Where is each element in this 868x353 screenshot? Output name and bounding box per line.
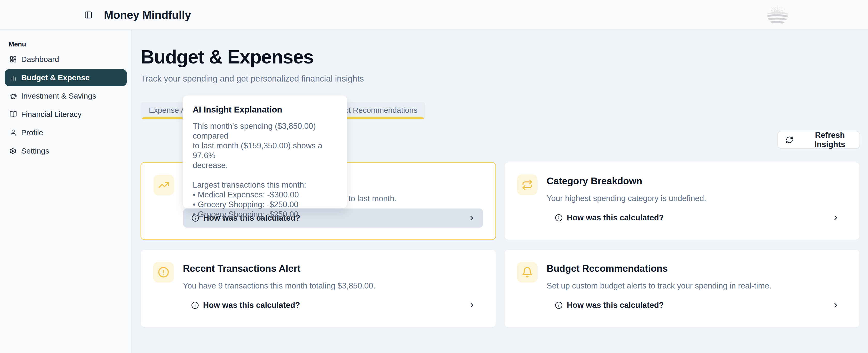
card-recent-transactions: Recent Transactions Alert You have 9 tra… [141,250,496,327]
card-title: Recent Transactions Alert [183,263,301,274]
main-content: Budget & Expenses Track your spending an… [132,30,868,353]
panel-left-icon [84,11,92,19]
tab-recommendations[interactable]: ct Recommendations [345,102,417,118]
bar-chart-icon [9,74,17,81]
card-budget-recommendations: Budget Recommendations Set up custom bud… [504,250,860,327]
sidebar-item-dashboard[interactable]: Dashboard [5,51,127,68]
chevron-right-icon [832,302,839,309]
card-description-fragment: to last month. [348,193,397,204]
book-open-icon [9,111,17,118]
app-header: Money Mindfully [0,0,868,30]
card-description: You have 9 transactions this month total… [183,281,375,291]
sidebar-item-label: Profile [21,128,43,137]
tab-expense-analysis[interactable]: Expense A [149,102,186,118]
sidebar-nav: Dashboard Budget & Expense Investment & … [0,51,131,161]
page-title: Budget & Expenses [141,46,313,68]
card-description: Set up custom budget alerts to track you… [547,281,771,291]
refresh-insights-label: Refresh Insights [800,131,860,149]
bell-icon [517,262,537,283]
card-title: Budget Recommendations [547,263,668,274]
piggy-bank-icon [9,93,17,100]
user-icon [9,129,17,136]
card-category-breakdown: Category Breakdown Your highest spending… [504,162,860,240]
trending-up-icon [153,175,174,195]
how-calculated-label: How was this calculated? [567,301,664,310]
sidebar-section-label: Menu [8,40,26,48]
gear-icon [9,147,17,154]
sidebar-toggle-button[interactable] [84,11,92,19]
sidebar-item-budget-expense[interactable]: Budget & Expense [5,69,127,86]
how-calculated-label: How was this calculated? [567,213,664,222]
info-icon [191,302,199,309]
alert-circle-icon [153,262,174,283]
popover-details: Largest transactions this month: • Medic… [193,180,337,219]
sidebar-item-label: Investment & Savings [21,92,96,100]
ai-insight-popover: AI Insight Explanation This month's spen… [183,95,347,209]
card-description: Your highest spending category is undefi… [547,193,706,204]
app-title: Money Mindfully [104,8,191,22]
card-title: Category Breakdown [547,176,642,186]
sidebar-item-label: Financial Literacy [21,110,82,119]
layout-dashboard-icon [9,56,17,63]
avatar[interactable] [767,4,788,25]
popover-summary: This month's spending ($3,850.00) compar… [193,121,337,170]
info-icon [555,214,563,222]
chevron-right-icon [468,302,475,309]
refresh-insights-button[interactable]: Refresh Insights [777,131,860,149]
sidebar-item-settings[interactable]: Settings [5,142,127,160]
sidebar-item-label: Budget & Expense [21,73,90,82]
chevron-right-icon [468,214,475,222]
page-subtitle: Track your spending and get personalized… [141,73,364,84]
repeat-icon [517,174,537,195]
sidebar-item-profile[interactable]: Profile [5,124,127,141]
info-icon [555,302,563,309]
popover-title: AI Insight Explanation [193,105,337,114]
sidebar-item-investment-savings[interactable]: Investment & Savings [5,87,127,105]
how-calculated-label: How was this calculated? [203,301,300,310]
sidebar-item-label: Dashboard [21,55,59,64]
how-calculated-link[interactable]: How was this calculated? [547,296,847,315]
how-calculated-link[interactable]: How was this calculated? [547,208,847,227]
how-calculated-link[interactable]: How was this calculated? [183,296,483,315]
refresh-icon [785,136,793,144]
sidebar: Menu Dashboard Budget & Expense [0,30,132,353]
sidebar-item-financial-literacy[interactable]: Financial Literacy [5,106,127,123]
sidebar-item-label: Settings [21,147,49,155]
chevron-right-icon [832,214,839,221]
